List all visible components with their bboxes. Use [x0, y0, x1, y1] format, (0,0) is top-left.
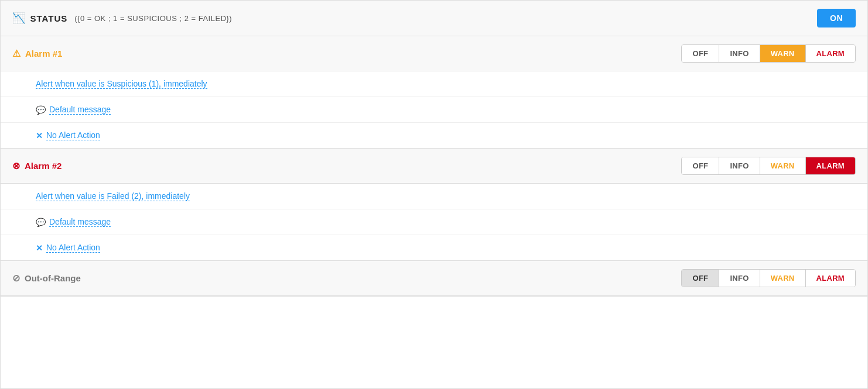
- alarm2-action-link[interactable]: No Alert Action: [46, 243, 100, 253]
- alarm2-section: ⊗ Alarm #2 OFF INFO WARN ALARM Alert whe…: [1, 149, 867, 261]
- warning-icon: ⚠: [12, 48, 20, 59]
- alarm2-level-buttons: OFF INFO WARN ALARM: [681, 157, 856, 175]
- alarm1-alarm-button[interactable]: ALARM: [806, 45, 855, 62]
- alarm1-message-row: 💬 Default message: [1, 97, 867, 123]
- blocked-icon: ⊘: [12, 273, 20, 284]
- alarm2-condition-row: Alert when value is Failed (2), immediat…: [1, 184, 867, 209]
- alarm1-section: ⚠ Alarm #1 OFF INFO WARN ALARM Alert whe…: [1, 36, 867, 149]
- alarm1-off-button[interactable]: OFF: [682, 45, 719, 62]
- out-of-range-level-buttons: OFF INFO WARN ALARM: [681, 269, 856, 287]
- close-icon-alarm2: ✕: [36, 243, 43, 253]
- alarm1-condition-row: Alert when value is Suspicious (1), imme…: [1, 71, 867, 97]
- alarm2-off-button[interactable]: OFF: [682, 157, 719, 174]
- alarm1-warn-button[interactable]: WARN: [760, 45, 806, 62]
- out-of-range-off-button[interactable]: OFF: [682, 270, 719, 287]
- alarm2-condition-link[interactable]: Alert when value is Failed (2), immediat…: [36, 191, 190, 201]
- alarm1-label: ⚠ Alarm #1: [12, 48, 62, 59]
- alarm1-action-row: ✕ No Alert Action: [1, 123, 867, 148]
- alarm1-level-buttons: OFF INFO WARN ALARM: [681, 44, 856, 63]
- alarm2-message-link[interactable]: Default message: [49, 217, 111, 227]
- out-of-range-warn-button[interactable]: WARN: [760, 270, 806, 287]
- alarm2-info-button[interactable]: INFO: [719, 157, 760, 174]
- status-label: STATUS: [30, 13, 68, 23]
- alarm2-title: Alarm #2: [25, 161, 61, 171]
- toggle-on-button[interactable]: ON: [817, 9, 856, 27]
- chart-icon: 📉: [12, 12, 26, 25]
- status-subtitle: ({0 = OK ; 1 = SUSPICIOUS ; 2 = FAILED}): [74, 14, 232, 23]
- alarm1-title: Alarm #1: [25, 49, 62, 58]
- out-of-range-header: ⊘ Out-of-Range OFF INFO WARN ALARM: [1, 261, 867, 296]
- alarm1-header: ⚠ Alarm #1 OFF INFO WARN ALARM: [1, 36, 867, 71]
- message-icon: 💬: [36, 105, 46, 115]
- error-icon: ⊗: [12, 160, 20, 171]
- alarm2-label: ⊗ Alarm #2: [12, 160, 61, 171]
- alarm2-warn-button[interactable]: WARN: [760, 157, 806, 174]
- close-icon-alarm1: ✕: [36, 131, 43, 140]
- header-row: 📉 STATUS ({0 = OK ; 1 = SUSPICIOUS ; 2 =…: [1, 1, 867, 36]
- alarm1-action-link[interactable]: No Alert Action: [46, 130, 100, 140]
- out-of-range-section: ⊘ Out-of-Range OFF INFO WARN ALARM: [1, 261, 867, 297]
- alarm2-header: ⊗ Alarm #2 OFF INFO WARN ALARM: [1, 149, 867, 184]
- out-of-range-label: ⊘ Out-of-Range: [12, 273, 81, 284]
- alarm2-action-row: ✕ No Alert Action: [1, 235, 867, 260]
- alarm1-message-link[interactable]: Default message: [49, 105, 111, 115]
- out-of-range-info-button[interactable]: INFO: [719, 270, 760, 287]
- message-icon-2: 💬: [36, 218, 46, 227]
- main-container: 📉 STATUS ({0 = OK ; 1 = SUSPICIOUS ; 2 =…: [0, 0, 868, 389]
- alarm2-alarm-button[interactable]: ALARM: [806, 157, 855, 174]
- out-of-range-alarm-button[interactable]: ALARM: [806, 270, 855, 287]
- alarm1-info-button[interactable]: INFO: [719, 45, 760, 62]
- out-of-range-title: Out-of-Range: [25, 273, 81, 283]
- header-title: 📉 STATUS ({0 = OK ; 1 = SUSPICIOUS ; 2 =…: [12, 12, 232, 25]
- alarm2-message-row: 💬 Default message: [1, 209, 867, 235]
- alarm1-condition-link[interactable]: Alert when value is Suspicious (1), imme…: [36, 79, 207, 89]
